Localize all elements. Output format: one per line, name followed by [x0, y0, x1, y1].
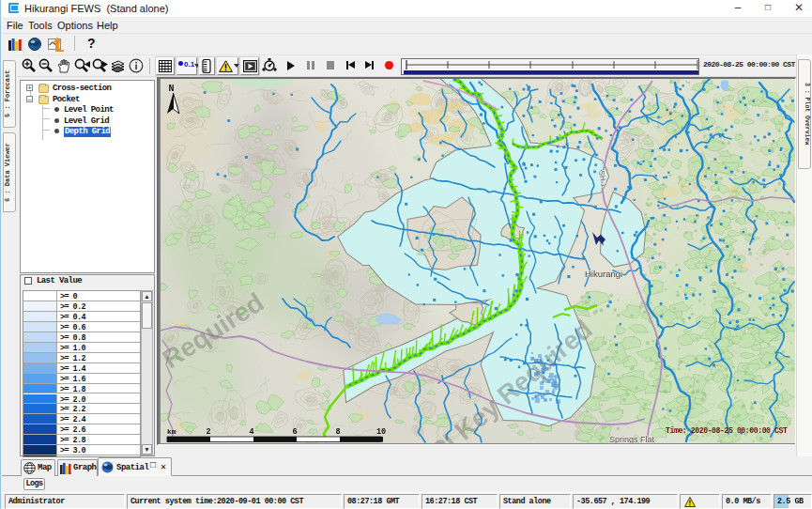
svg-text:4: 4 [249, 427, 253, 437]
svg-text:Hikurangi: Hikurangi [585, 269, 622, 279]
svg-text:N: N [169, 84, 175, 94]
svg-text:6: 6 [292, 427, 297, 437]
svg-text:8: 8 [335, 427, 340, 437]
svg-text:2: 2 [206, 427, 210, 437]
svg-text:Time: 2020-08-25 00:00:00 CST: Time: 2020-08-25 00:00:00 CST [666, 426, 788, 435]
svg-text:Springs Flat: Springs Flat [609, 435, 655, 443]
svg-text:km: km [167, 427, 176, 436]
svg-text:10: 10 [376, 427, 386, 437]
